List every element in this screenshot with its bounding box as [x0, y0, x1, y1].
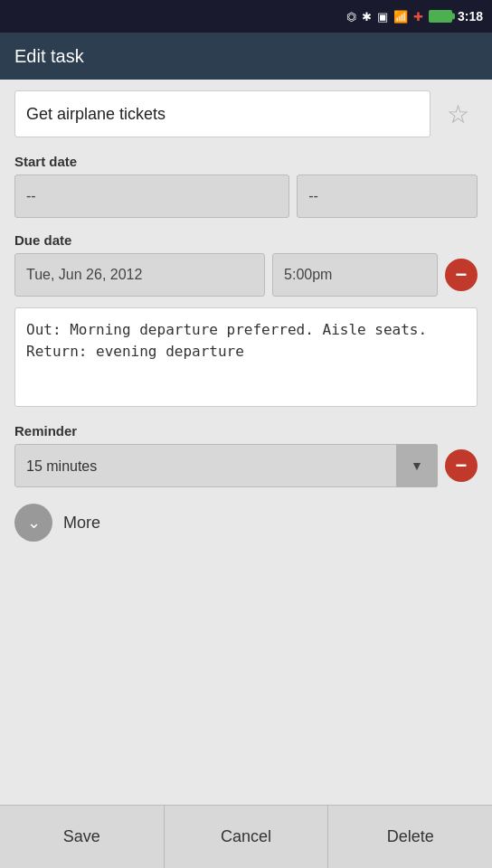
due-date-field[interactable]: Tue, Jun 26, 2012: [14, 253, 265, 297]
status-bar: ⏣ ✱ ▣ 📶 ✚ 3:18: [0, 0, 492, 33]
start-date-row: -- --: [14, 175, 478, 218]
bluetooth-icon: ✱: [362, 10, 372, 24]
page-title: Edit task: [14, 46, 84, 67]
sim-icon: ▣: [377, 10, 388, 24]
main-content: ☆ Start date -- -- Due date Tue, Jun 26,…: [0, 80, 492, 805]
action-bar: Save Cancel Delete: [0, 805, 492, 868]
title-bar: Edit task: [0, 33, 492, 80]
reminder-select[interactable]: 5 minutes 10 minutes 15 minutes 30 minut…: [14, 444, 438, 487]
remove-reminder-button[interactable]: [445, 449, 478, 482]
delete-button[interactable]: Delete: [328, 806, 492, 868]
more-label: More: [63, 514, 100, 533]
save-button[interactable]: Save: [0, 806, 165, 868]
start-time-field[interactable]: --: [297, 175, 478, 218]
status-time: 3:18: [458, 9, 483, 24]
more-expand-icon: ⌄: [14, 504, 52, 542]
task-name-input[interactable]: [14, 90, 430, 137]
reminder-row: 5 minutes 10 minutes 15 minutes 30 minut…: [14, 444, 478, 487]
star-button[interactable]: ☆: [438, 94, 478, 134]
due-date-row: Tue, Jun 26, 2012 5:00pm: [14, 253, 478, 297]
reminder-label: Reminder: [14, 423, 478, 439]
start-date-label: Start date: [14, 154, 478, 169]
reminder-select-wrapper: 5 minutes 10 minutes 15 minutes 30 minut…: [14, 444, 438, 487]
task-name-row: ☆: [14, 90, 478, 137]
usb-icon: ⏣: [346, 10, 356, 24]
cancel-button[interactable]: Cancel: [165, 806, 329, 868]
battery-icon: [429, 10, 452, 23]
medical-icon: ✚: [413, 10, 423, 24]
wifi-icon: 📶: [393, 10, 408, 24]
due-date-label: Due date: [14, 232, 478, 248]
start-date-field[interactable]: --: [14, 175, 289, 218]
due-time-field[interactable]: 5:00pm: [272, 253, 438, 297]
notes-textarea[interactable]: [14, 307, 478, 407]
more-row[interactable]: ⌄ More: [14, 504, 478, 542]
remove-due-date-button[interactable]: [445, 259, 478, 291]
